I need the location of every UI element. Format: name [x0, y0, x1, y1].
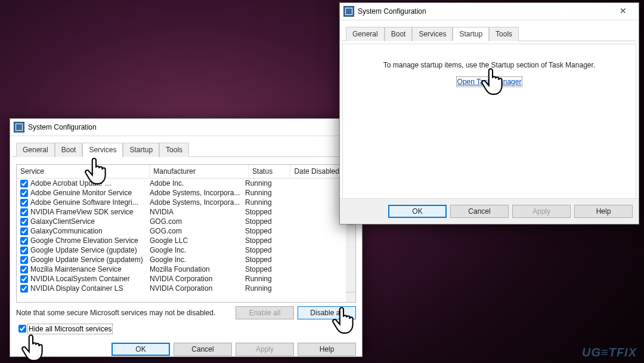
- service-checkbox[interactable]: [20, 237, 28, 245]
- ok-button[interactable]: OK: [388, 205, 447, 218]
- cell-service: GalaxyClientService: [30, 217, 150, 226]
- ok-button[interactable]: OK: [112, 343, 170, 356]
- cancel-button[interactable]: Cancel: [174, 343, 232, 356]
- system-configuration-startup-window: System Configuration ✕ General Boot Serv…: [339, 2, 639, 224]
- cell-status: Running: [245, 179, 288, 187]
- startup-body: To manage startup items, use the Startup…: [342, 44, 636, 210]
- tab-general[interactable]: General: [16, 143, 55, 157]
- tab-tools[interactable]: Tools: [159, 143, 189, 157]
- service-checkbox[interactable]: [20, 189, 28, 197]
- service-checkbox[interactable]: [20, 266, 28, 273]
- tab-boot[interactable]: Boot: [385, 27, 413, 41]
- cell-manufacturer: Adobe Inc.: [150, 179, 245, 187]
- service-checkbox[interactable]: [20, 275, 28, 283]
- table-row[interactable]: Adobe Genuine Monitor ServiceAdobe Syste…: [17, 188, 355, 198]
- tab-strip: General Boot Services Startup Tools: [342, 23, 636, 41]
- cell-manufacturer: Adobe Systems, Incorpora...: [150, 198, 245, 207]
- cell-status: Running: [245, 284, 288, 293]
- tab-tools[interactable]: Tools: [489, 27, 519, 41]
- service-checkbox[interactable]: [20, 180, 28, 187]
- help-button[interactable]: Help: [574, 205, 633, 218]
- apply-button[interactable]: Apply: [236, 343, 294, 356]
- tab-services[interactable]: Services: [82, 143, 123, 157]
- cell-service: Adobe Genuine Software Integri...: [30, 198, 150, 207]
- app-icon: [14, 122, 24, 133]
- table-row[interactable]: Google Update Service (gupdate)Google In…: [17, 245, 355, 255]
- cell-status: Running: [245, 275, 288, 283]
- disable-all-button[interactable]: Disable all: [298, 306, 356, 319]
- cell-service: Google Chrome Elevation Service: [30, 236, 150, 245]
- cancel-button[interactable]: Cancel: [450, 205, 509, 218]
- cell-manufacturer: Mozilla Foundation: [150, 265, 245, 273]
- cell-manufacturer: Adobe Systems, Incorpora...: [150, 189, 245, 197]
- services-body: Service Manufacturer Status Date Disable…: [10, 159, 362, 361]
- cell-status: Stopped: [245, 217, 288, 226]
- table-row[interactable]: Adobe Genuine Software Integri...Adobe S…: [17, 198, 355, 207]
- cell-status: Running: [245, 198, 288, 207]
- open-task-manager-link[interactable]: Open Task Manager: [457, 78, 522, 86]
- services-list[interactable]: Service Manufacturer Status Date Disable…: [16, 164, 356, 303]
- cell-manufacturer: NVIDIA Corporation: [150, 284, 245, 293]
- service-checkbox[interactable]: [20, 227, 28, 235]
- tab-boot[interactable]: Boot: [55, 143, 83, 157]
- cell-status: Stopped: [245, 256, 288, 264]
- cell-service: Google Update Service (gupdate): [30, 246, 150, 254]
- col-status[interactable]: Status: [249, 165, 290, 178]
- table-row[interactable]: GalaxyClientServiceGOG.comStopped: [17, 217, 355, 226]
- table-row[interactable]: NVIDIA Display Container LSNVIDIA Corpor…: [17, 284, 355, 293]
- secure-services-note: Note that some secure Microsoft services…: [16, 309, 215, 317]
- service-checkbox[interactable]: [20, 247, 28, 254]
- close-icon[interactable]: ✕: [611, 5, 635, 18]
- window-title: System Configuration: [28, 123, 358, 131]
- tab-general[interactable]: General: [346, 27, 385, 41]
- cell-status: Stopped: [245, 236, 288, 245]
- service-checkbox[interactable]: [20, 199, 28, 207]
- table-row[interactable]: NVIDIA FrameView SDK serviceNVIDIAStoppe…: [17, 207, 355, 217]
- cell-service: Adobe Genuine Monitor Service: [30, 189, 150, 197]
- table-row[interactable]: Google Chrome Elevation ServiceGoogle LL…: [17, 236, 355, 245]
- service-checkbox[interactable]: [20, 256, 28, 264]
- apply-button[interactable]: Apply: [512, 205, 571, 218]
- help-button[interactable]: Help: [298, 343, 356, 356]
- hide-ms-services-row: Hide all Microsoft services: [16, 323, 356, 334]
- table-row[interactable]: Mozilla Maintenance ServiceMozilla Found…: [17, 264, 355, 274]
- table-row[interactable]: GalaxyCommunicationGOG.comStopped: [17, 226, 355, 236]
- cell-service: NVIDIA Display Container LS: [30, 284, 150, 293]
- window-title: System Configuration: [358, 7, 611, 16]
- cell-service: NVIDIA FrameView SDK service: [30, 208, 150, 216]
- cell-manufacturer: GOG.com: [150, 217, 245, 226]
- cell-status: Stopped: [245, 208, 288, 216]
- service-checkbox[interactable]: [20, 218, 28, 226]
- list-header: Service Manufacturer Status Date Disable…: [17, 165, 355, 179]
- cell-status: Stopped: [245, 227, 288, 235]
- tab-startup[interactable]: Startup: [453, 27, 489, 41]
- titlebar[interactable]: System Configuration ✕: [340, 3, 639, 20]
- dialog-buttons: OK Cancel Apply Help: [340, 198, 639, 224]
- hide-ms-services-checkbox[interactable]: [18, 325, 26, 333]
- list-rows: Adobe Acrobat Update …Adobe Inc.RunningA…: [17, 179, 355, 302]
- col-manufacturer[interactable]: Manufacturer: [150, 165, 249, 178]
- table-row[interactable]: NVIDIA LocalSystem ContainerNVIDIA Corpo…: [17, 274, 355, 284]
- cell-status: Running: [245, 189, 288, 197]
- cell-manufacturer: Google Inc.: [150, 246, 245, 254]
- tab-services[interactable]: Services: [412, 27, 453, 41]
- cell-service: Google Update Service (gupdatem): [30, 256, 150, 264]
- enable-all-button[interactable]: Enable all: [236, 306, 294, 319]
- service-checkbox[interactable]: [20, 208, 28, 216]
- service-checkbox[interactable]: [20, 285, 28, 293]
- cell-manufacturer: NVIDIA: [150, 208, 245, 216]
- watermark: UG≡TFIX: [582, 346, 637, 359]
- tab-startup[interactable]: Startup: [123, 143, 159, 157]
- hide-ms-services-label[interactable]: Hide all Microsoft services: [29, 325, 112, 333]
- cell-status: Stopped: [245, 246, 288, 254]
- cell-manufacturer: Google LLC: [150, 236, 245, 245]
- system-configuration-services-window: System Configuration General Boot Servic…: [10, 118, 363, 357]
- cell-status: Stopped: [245, 265, 288, 273]
- col-service[interactable]: Service: [17, 165, 150, 178]
- table-row[interactable]: Adobe Acrobat Update …Adobe Inc.Running: [17, 179, 355, 188]
- titlebar[interactable]: System Configuration: [10, 119, 362, 136]
- table-row[interactable]: Google Update Service (gupdatem)Google I…: [17, 255, 355, 264]
- cell-service: Adobe Acrobat Update …: [30, 179, 150, 187]
- tab-strip: General Boot Services Startup Tools: [13, 139, 360, 157]
- cell-manufacturer: Google Inc.: [150, 256, 245, 264]
